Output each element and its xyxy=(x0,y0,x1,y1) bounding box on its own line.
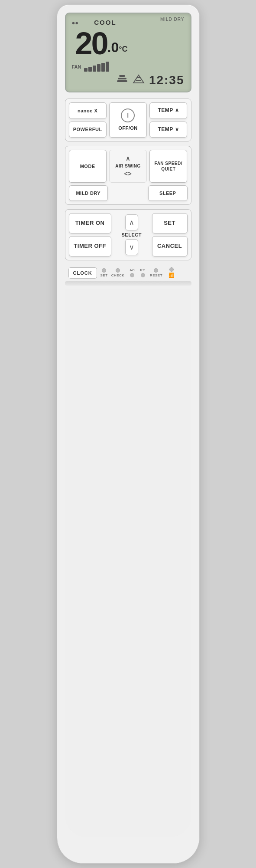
remote-control: MILD DRY ●● COOL 20 .0 °C FAN xyxy=(57,4,200,864)
top-right-buttons: TEMP ∧ TEMP ∨ xyxy=(149,102,187,138)
fan-speed-button[interactable]: FAN SPEED/ QUIET xyxy=(149,150,187,182)
timer-right-buttons: SET CANCEL xyxy=(152,213,188,256)
clock-button[interactable]: CLOCK xyxy=(68,267,97,279)
temp-down-arrow: ∨ xyxy=(175,126,179,133)
nanoex-button[interactable]: nanoe X xyxy=(69,102,107,119)
mode-section: MODE ∧ AIR SWING <> FAN SPEED/ QUIET MIL… xyxy=(65,146,191,205)
display-screen: MILD DRY ●● COOL 20 .0 °C FAN xyxy=(65,13,191,92)
top-button-section: nanoe X POWERFUL I OFF/ON TEMP ∧ TEMP ∨ xyxy=(65,99,191,141)
top-left-buttons: nanoe X POWERFUL xyxy=(69,102,107,138)
temperature-unit: °C xyxy=(119,45,127,54)
vent-icon-2 xyxy=(133,74,145,86)
timer-off-button[interactable]: TIMER OFF xyxy=(69,236,111,256)
reset-label: RESET xyxy=(150,273,162,277)
set-label: SET xyxy=(100,273,108,277)
rc-indicator-group: RC xyxy=(140,268,146,277)
set-indicator: SET xyxy=(100,268,108,277)
svg-rect-1 xyxy=(118,78,126,79)
temp-down-button[interactable]: TEMP ∨ xyxy=(149,122,187,138)
off-on-symbol: I xyxy=(127,112,129,119)
check-dot xyxy=(116,268,120,273)
timer-center-controls: ∧ SELECT ∨ xyxy=(114,213,149,256)
svg-rect-2 xyxy=(119,75,125,77)
clock-display: 12:35 xyxy=(149,73,185,87)
wifi-indicator: 📶 xyxy=(169,267,175,278)
fan-bar-5 xyxy=(101,63,105,72)
timer-on-button[interactable]: TIMER ON xyxy=(69,213,111,233)
vent-icon-1 xyxy=(116,74,128,86)
air-swing-spacer xyxy=(110,185,146,201)
cancel-button[interactable]: CANCEL xyxy=(152,236,188,256)
mild-dry-button[interactable]: MILD DRY xyxy=(69,185,108,201)
wifi-dot xyxy=(169,267,174,272)
sleep-button[interactable]: SLEEP xyxy=(148,185,188,201)
air-swing-label: AIR SWING xyxy=(115,163,140,169)
signal-icon: ●● xyxy=(72,20,79,26)
fan-bar-2 xyxy=(88,67,92,72)
set-dot xyxy=(102,268,106,273)
svg-rect-0 xyxy=(117,80,127,82)
set-button[interactable]: SET xyxy=(152,213,188,233)
select-label: SELECT xyxy=(121,232,141,237)
ac-dot xyxy=(130,273,134,277)
temperature-decimal: .0 xyxy=(107,39,119,56)
wifi-icon: 📶 xyxy=(169,273,175,278)
powerful-button[interactable]: POWERFUL xyxy=(69,122,107,138)
fan-bar-3 xyxy=(93,66,96,72)
mode-label: COOL xyxy=(94,19,116,26)
remote-body-bottom xyxy=(65,289,191,837)
temp-down-label: TEMP xyxy=(158,126,173,133)
ac-indicator-group: AC xyxy=(130,268,135,277)
fan-bar-4 xyxy=(97,64,100,72)
air-swing-up-arrow: ∧ xyxy=(126,155,130,162)
rc-label: RC xyxy=(140,268,146,272)
fan-bar-6 xyxy=(106,62,109,72)
off-on-button[interactable]: I OFF/ON xyxy=(109,102,147,138)
ac-label: AC xyxy=(130,268,135,272)
off-on-label: OFF/ON xyxy=(118,125,138,131)
off-on-circle: I xyxy=(121,108,135,122)
temp-up-label: TEMP xyxy=(158,107,173,114)
timer-left-buttons: TIMER ON TIMER OFF xyxy=(69,213,111,256)
remote-flap xyxy=(65,281,191,286)
select-down-button[interactable]: ∨ xyxy=(125,239,138,255)
top-center-button: I OFF/ON xyxy=(109,102,147,138)
fan-label: FAN xyxy=(72,64,81,69)
reset-indicator: RESET xyxy=(150,268,162,277)
fan-bar-1 xyxy=(84,68,87,72)
timer-section: TIMER ON TIMER OFF ∧ SELECT ∨ SET CANCEL xyxy=(65,209,191,260)
temp-up-arrow: ∧ xyxy=(175,107,179,114)
check-label: CHECK xyxy=(111,273,125,277)
fan-bars xyxy=(84,62,109,72)
rc-dot xyxy=(141,273,145,277)
air-swing-lr-arrows: <> xyxy=(124,170,132,178)
temp-up-button[interactable]: TEMP ∧ xyxy=(149,102,187,119)
select-up-button[interactable]: ∧ xyxy=(125,214,138,230)
temperature-whole: 20 xyxy=(75,28,107,59)
mild-dry-label: MILD DRY xyxy=(160,17,185,22)
reset-dot xyxy=(154,268,158,273)
air-swing-display: ∧ AIR SWING <> xyxy=(109,150,147,182)
check-indicator: CHECK xyxy=(111,268,125,277)
mode-button[interactable]: MODE xyxy=(69,150,107,182)
bottom-section: CLOCK SET CHECK AC RC RESET 📶 xyxy=(65,265,191,281)
